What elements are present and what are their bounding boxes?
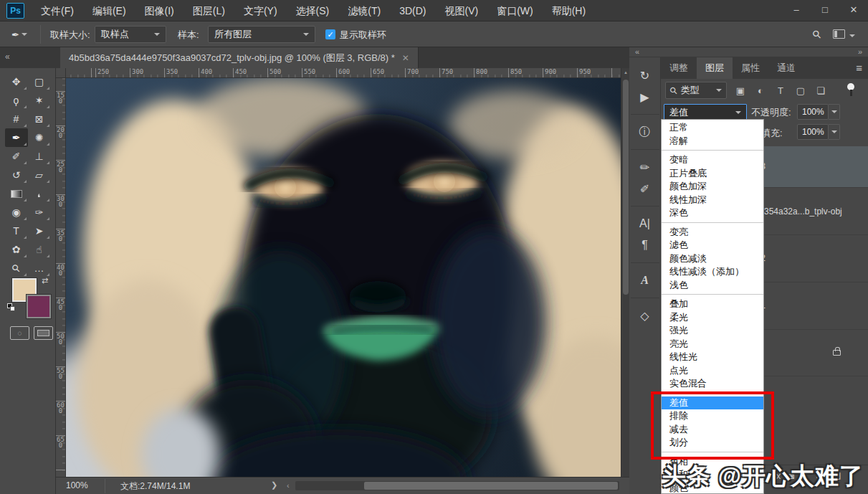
menu-item[interactable]: 选择(S) <box>287 0 339 22</box>
menu-item[interactable]: 帮助(H) <box>543 0 595 22</box>
brush-settings-icon[interactable]: ✏ <box>631 149 659 178</box>
close-tab-icon[interactable]: ✕ <box>402 53 409 63</box>
scroll-left-icon[interactable]: ‹ <box>287 481 290 490</box>
sample-select[interactable]: 所有图层 <box>208 26 315 43</box>
blur-tool[interactable]: ❜ <box>28 184 51 203</box>
screen-mode-button[interactable] <box>34 326 53 340</box>
fill-dropdown-icon[interactable] <box>829 124 840 140</box>
blend-mode-option[interactable]: 变暗 <box>662 153 763 167</box>
move-tool[interactable]: ✥ <box>5 72 28 91</box>
frame-tool[interactable]: ⊠ <box>28 110 51 128</box>
magic-wand-tool[interactable]: ✶ <box>28 91 51 110</box>
search-icon[interactable]: ⚲ <box>809 27 824 42</box>
blend-mode-option[interactable]: 线性加深 <box>662 194 763 207</box>
blend-mode-option[interactable]: 点光 <box>662 364 763 378</box>
workspace-icon[interactable] <box>833 29 845 39</box>
horizontal-scroll-thumb[interactable] <box>364 482 618 490</box>
blend-mode-option[interactable]: 线性光 <box>662 351 763 364</box>
hand-tool[interactable]: ☝ <box>28 240 51 259</box>
info-icon[interactable]: ⓘ <box>631 114 659 143</box>
history-brush-tool[interactable]: ↺ <box>5 166 28 184</box>
opacity-dropdown-icon[interactable] <box>829 104 840 120</box>
blend-mode-option[interactable]: 颜色加深 <box>662 180 763 194</box>
default-colors-icon[interactable] <box>7 303 15 311</box>
spot-healing-tool[interactable]: ✺ <box>28 128 51 147</box>
panel-tab[interactable]: 调整 <box>661 57 697 79</box>
filter-type-select[interactable]: ⚲ 类型 <box>665 82 727 99</box>
filter-adjustment-layers-icon[interactable]: ◐ <box>753 82 768 99</box>
minimize-button[interactable]: – <box>782 0 811 22</box>
menu-item[interactable]: 视图(V) <box>435 0 487 22</box>
marquee-tool[interactable]: ▢ <box>28 72 51 91</box>
fill-field[interactable]: 100% <box>797 124 829 140</box>
collapse-toolbar-icon[interactable]: « <box>5 52 10 62</box>
history-icon[interactable]: ↻ <box>631 65 659 86</box>
menu-item[interactable]: 窗口(W) <box>487 0 543 22</box>
blend-mode-option[interactable]: 强光 <box>662 324 763 338</box>
blend-mode-option[interactable]: 叠加 <box>662 298 763 311</box>
status-expand-icon[interactable]: ❯ <box>271 480 277 490</box>
close-button[interactable]: ✕ <box>839 0 868 22</box>
opacity-field[interactable]: 100% <box>797 104 829 120</box>
blend-mode-option[interactable]: 浅色 <box>662 279 763 295</box>
clone-stamp-tool[interactable]: ⊥ <box>28 147 51 166</box>
panel-menu-icon[interactable]: ≡ <box>856 62 862 74</box>
zoom-level-field[interactable]: 100% <box>66 480 88 490</box>
canvas[interactable] <box>66 78 621 477</box>
dodge-tool[interactable]: ◉ <box>5 203 28 222</box>
filter-smart-objects-icon[interactable]: ❏ <box>813 82 829 99</box>
filter-shape-layers-icon[interactable]: ▢ <box>793 82 809 99</box>
menu-item[interactable]: 图像(I) <box>135 0 183 22</box>
type-tool[interactable]: T <box>5 222 28 240</box>
sample-size-select[interactable]: 取样点 <box>95 26 166 43</box>
menu-item[interactable]: 编辑(E) <box>83 0 135 22</box>
actions-icon[interactable]: ▶ <box>631 86 659 108</box>
menu-item[interactable]: 3D(D) <box>390 0 435 22</box>
crop-tool[interactable]: # <box>5 110 28 128</box>
panel-tab[interactable]: 图层 <box>697 57 733 79</box>
glyphs-icon[interactable]: A <box>631 262 659 291</box>
vertical-scrollbar[interactable]: ▴ <box>621 68 629 477</box>
filter-pixel-layers-icon[interactable]: ▣ <box>733 82 748 99</box>
menu-item[interactable]: 文字(Y) <box>234 0 287 22</box>
blend-mode-select[interactable]: 差值 <box>664 104 747 120</box>
document-tab[interactable]: 4b5bd36a75da444e9750f3aa9037cd72_tplv-ob… <box>60 47 419 68</box>
quick-mask-button[interactable]: ◌ <box>10 326 29 340</box>
blend-mode-option[interactable]: 滤色 <box>662 239 763 252</box>
collapse-dock-icon[interactable]: » <box>858 47 862 56</box>
pen-tool[interactable]: ✑ <box>28 203 51 222</box>
shape-tool[interactable]: ✿ <box>5 240 28 259</box>
eyedropper-options-button[interactable]: ✒ <box>6 24 33 44</box>
maximize-button[interactable]: □ <box>811 0 839 22</box>
vertical-scroll-thumb[interactable] <box>623 80 629 295</box>
menu-item[interactable]: 文件(F) <box>32 0 83 22</box>
menu-item[interactable]: 滤镜(T) <box>338 0 390 22</box>
background-color-swatch[interactable] <box>27 295 51 318</box>
gradient-tool[interactable] <box>5 184 28 203</box>
blend-mode-option[interactable]: 变亮 <box>662 226 763 239</box>
expand-dock-icon[interactable]: « <box>635 47 639 56</box>
panel-tab[interactable]: 通道 <box>768 57 804 79</box>
menu-item[interactable]: 图层(L) <box>183 0 234 22</box>
panel-tab[interactable]: 属性 <box>733 57 768 79</box>
blend-mode-option[interactable]: 溶解 <box>662 135 763 151</box>
brush-tool[interactable]: ✐ <box>5 147 28 166</box>
eyedropper-tool[interactable]: ✒ <box>5 128 28 147</box>
show-sampling-ring-checkbox[interactable]: ✓ <box>325 29 335 39</box>
paragraph-icon[interactable]: ¶ <box>631 234 659 256</box>
brushes-icon[interactable]: ✐ <box>631 178 659 199</box>
horizontal-scrollbar[interactable] <box>295 481 619 490</box>
filter-pin-toggle[interactable] <box>846 82 855 98</box>
path-select-tool[interactable]: ➤ <box>28 222 51 240</box>
filter-type-layers-icon[interactable]: T <box>773 82 788 99</box>
blend-mode-option[interactable]: 正片叠底 <box>662 167 763 181</box>
blend-mode-option[interactable]: 线性减淡（添加） <box>662 265 763 279</box>
threed-icon[interactable]: ◇ <box>631 298 659 326</box>
blend-mode-option[interactable]: 亮光 <box>662 338 763 351</box>
blend-mode-option[interactable]: 颜色减淡 <box>662 252 763 266</box>
character-icon[interactable]: A| <box>631 206 659 234</box>
blend-mode-option[interactable]: 正常 <box>662 121 763 135</box>
eraser-tool[interactable]: ▱ <box>28 166 51 184</box>
swap-colors-icon[interactable]: ⇄ <box>42 276 48 285</box>
lasso-tool[interactable]: ϙ <box>5 91 28 110</box>
